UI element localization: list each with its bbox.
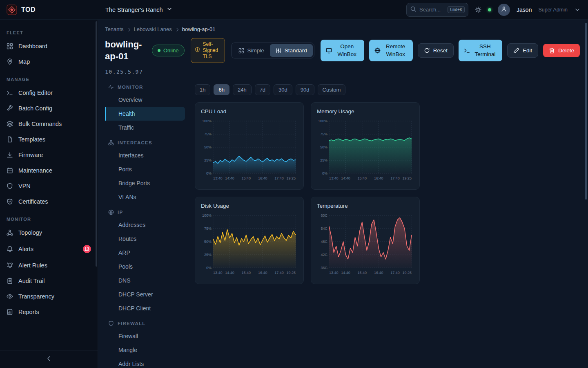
device-nav-item-addresses[interactable]: Addresses <box>105 218 185 232</box>
topology-icon <box>7 229 13 236</box>
view-mode-simple[interactable]: Simple <box>233 44 270 57</box>
breadcrumb-item-lebowski-lanes[interactable]: Lebowski Lanes <box>134 26 172 32</box>
device-nav-item-dhcp-client[interactable]: DHCP Client <box>105 301 185 315</box>
svg-text:54C: 54C <box>321 227 327 231</box>
user-menu-chevron-icon[interactable] <box>574 7 581 13</box>
device-nav-item-dns[interactable]: DNS <box>105 274 185 287</box>
chart-card-memory-usage: Memory Usage0%25%50%75%100%13:4014:4015:… <box>311 102 420 190</box>
svg-text:0%: 0% <box>206 171 212 175</box>
delete-button[interactable]: Delete <box>543 44 580 57</box>
bell-icon <box>7 246 13 252</box>
sidebar-item-firmware[interactable]: Firmware <box>0 147 98 163</box>
sidebar-item-vpn[interactable]: VPN <box>0 178 98 194</box>
sidebar-item-label: Transparency <box>18 293 54 300</box>
device-nav-item-routes[interactable]: Routes <box>105 232 185 246</box>
sidebar-item-map[interactable]: Map <box>0 54 98 70</box>
terminal-icon <box>464 47 470 54</box>
device-nav-item-traffic[interactable]: Traffic <box>105 121 185 135</box>
time-range-24h[interactable]: 24h <box>233 84 252 95</box>
device-nav-item-arp[interactable]: ARP <box>105 246 185 260</box>
user-name: Jason <box>517 7 532 13</box>
person-icon <box>501 6 507 14</box>
device-nav-item-pools[interactable]: Pools <box>105 260 185 274</box>
svg-text:75%: 75% <box>204 132 212 136</box>
chevron-down-icon <box>166 6 173 12</box>
sidebar-item-alert-rules[interactable]: Alert Rules <box>0 258 98 273</box>
svg-text:15:40: 15:40 <box>358 271 367 275</box>
device-nav-item-dhcp-server[interactable]: DHCP Server <box>105 287 185 301</box>
certificate-icon <box>7 198 13 205</box>
sidebar-item-label: Reports <box>18 309 39 315</box>
device-nav-item-addr-lists[interactable]: Addr Lists <box>105 357 185 368</box>
chart-card-temperature: Temperature36C42C48C54C60C13:4014:4015:4… <box>311 197 420 284</box>
sidebar-item-transparency[interactable]: Transparency <box>0 289 98 304</box>
charts-column: 1h6h24h7d30d90dCustom CPU Load0%25%50%75… <box>195 79 420 368</box>
device-nav-item-ports[interactable]: Ports <box>105 162 185 176</box>
ssh-terminal-button[interactable]: SSH Terminal <box>459 40 502 62</box>
chevron-left-icon <box>46 355 52 364</box>
theme-toggle-sun-icon[interactable] <box>475 7 481 13</box>
svg-text:25%: 25% <box>204 158 212 162</box>
sidebar-item-label: Certificates <box>18 198 48 205</box>
device-nav-item-mangle[interactable]: Mangle <box>105 343 185 357</box>
svg-text:19:25: 19:25 <box>402 271 412 275</box>
main-content: TenantsLebowski Lanesbowling-ap-01 bowli… <box>98 20 588 368</box>
svg-text:17:40: 17:40 <box>274 176 284 180</box>
svg-text:0%: 0% <box>206 266 212 270</box>
svg-text:60C: 60C <box>321 213 327 218</box>
sidebar-item-batch-config[interactable]: Batch Config <box>0 101 98 116</box>
svg-text:16:40: 16:40 <box>374 271 383 275</box>
grid-icon <box>238 48 244 54</box>
globe-icon <box>108 209 114 215</box>
topbar-right: Search... Cmd+K Jason Super Admin <box>406 3 581 17</box>
sidebar-item-templates[interactable]: Templates <box>0 132 98 147</box>
sidebar-collapse-button[interactable] <box>0 350 98 368</box>
sidebar-section: MANAGEConfig EditorBatch ConfigBulk Comm… <box>0 70 98 209</box>
sidebar-section: MONITORTopologyAlerts13Alert RulesAudit … <box>0 209 98 320</box>
sidebar-item-config-editor[interactable]: Config Editor <box>0 85 98 101</box>
device-nav-section-firewall: FIREWALL <box>105 315 185 329</box>
button-label: Delete <box>558 47 574 54</box>
time-range-30d[interactable]: 30d <box>274 84 292 95</box>
svg-text:17:40: 17:40 <box>390 176 400 180</box>
sidebar-item-topology[interactable]: Topology <box>0 225 98 240</box>
sidebar-nav: FLEETDashboardMapMANAGEConfig EditorBatc… <box>0 23 98 320</box>
sidebar-scrollbar[interactable] <box>96 21 97 267</box>
device-nav-item-firewall[interactable]: Firewall <box>105 329 185 343</box>
time-range-1h[interactable]: 1h <box>195 84 210 95</box>
sidebar-item-alerts[interactable]: Alerts13 <box>0 240 98 258</box>
time-range-6h[interactable]: 6h <box>214 84 229 95</box>
search-input[interactable]: Search... Cmd+K <box>406 3 468 17</box>
open-winbox-button[interactable]: Open WinBox <box>321 40 364 62</box>
time-range-90d[interactable]: 90d <box>296 84 314 95</box>
chevron-right-icon <box>127 27 131 31</box>
edit-button[interactable]: Edit <box>507 43 538 58</box>
remote-winbox-button[interactable]: Remote WinBox <box>369 40 413 62</box>
device-nav-item-interfaces[interactable]: Interfaces <box>105 148 185 162</box>
view-mode-standard[interactable]: Standard <box>270 44 313 57</box>
breadcrumb-item-bowling-ap-01[interactable]: bowling-ap-01 <box>182 26 216 32</box>
chevron-right-icon <box>175 27 180 32</box>
device-nav-item-bridge-ports[interactable]: Bridge Ports <box>105 176 185 190</box>
globe-icon <box>374 47 381 54</box>
reset-button[interactable]: Reset <box>418 43 454 58</box>
connection-status-dot <box>488 8 491 11</box>
device-nav-item-health[interactable]: Health <box>105 107 185 121</box>
time-range-custom[interactable]: Custom <box>318 84 346 95</box>
time-range-7d[interactable]: 7d <box>255 84 270 95</box>
page-scrollbar[interactable] <box>585 23 587 200</box>
sidebar-item-reports[interactable]: Reports <box>0 304 98 320</box>
online-dot-icon <box>158 49 160 52</box>
app-window: TOD The Stranger's Ranch Search... Cmd+K… <box>0 0 588 368</box>
sidebar-item-dashboard[interactable]: Dashboard <box>0 38 98 54</box>
device-nav-item-vlans[interactable]: VLANs <box>105 190 185 204</box>
device-nav-item-overview[interactable]: Overview <box>105 93 185 107</box>
tenant-selector[interactable]: The Stranger's Ranch <box>105 6 173 13</box>
avatar[interactable] <box>498 4 510 16</box>
sidebar-item-bulk-commands[interactable]: Bulk Commands <box>0 116 98 132</box>
sidebar-item-certificates[interactable]: Certificates <box>0 194 98 209</box>
sidebar-item-maintenance[interactable]: Maintenance <box>0 163 98 178</box>
sidebar-item-audit-trail[interactable]: Audit Trail <box>0 273 98 289</box>
breadcrumb: TenantsLebowski Lanesbowling-ap-01 <box>105 26 588 32</box>
breadcrumb-item-tenants[interactable]: Tenants <box>105 26 124 32</box>
